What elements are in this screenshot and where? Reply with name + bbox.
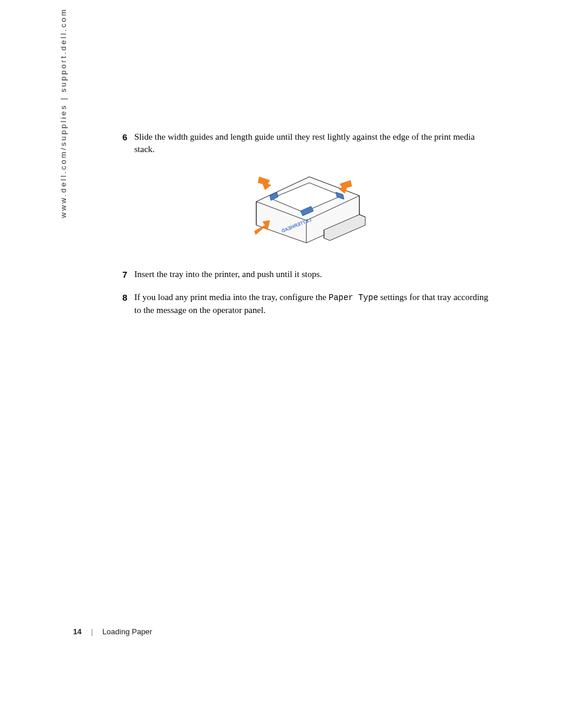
main-content: 6 Slide the width guides and length guid… [118,131,495,327]
page-number: 14 [73,627,81,636]
tray-diagram-icon: LETTERHEAD [242,166,371,252]
step-number: 6 [118,131,134,156]
step-7: 7 Insert the tray into the printer, and … [118,268,495,281]
step-8: 8 If you load any print media into the t… [118,291,495,317]
step-text: Insert the tray into the printer, and pu… [134,268,495,281]
step-text-before: If you load any print media into the tra… [134,292,329,302]
sidebar-url-text: www.dell.com/supplies | support.dell.com [59,8,68,218]
step-6: 6 Slide the width guides and length guid… [118,131,495,156]
page-footer: 14 | Loading Paper [73,627,152,636]
section-title: Loading Paper [103,627,153,636]
step-text: Slide the width guides and length guide … [134,131,495,156]
step-number: 8 [118,291,134,317]
footer-divider: | [91,627,92,636]
svg-marker-12 [258,177,271,190]
figure-tray-illustration: LETTERHEAD [118,166,495,252]
step-code-text: Paper Type [329,293,378,302]
step-number: 7 [118,268,134,281]
step-text: If you load any print media into the tra… [134,291,495,317]
